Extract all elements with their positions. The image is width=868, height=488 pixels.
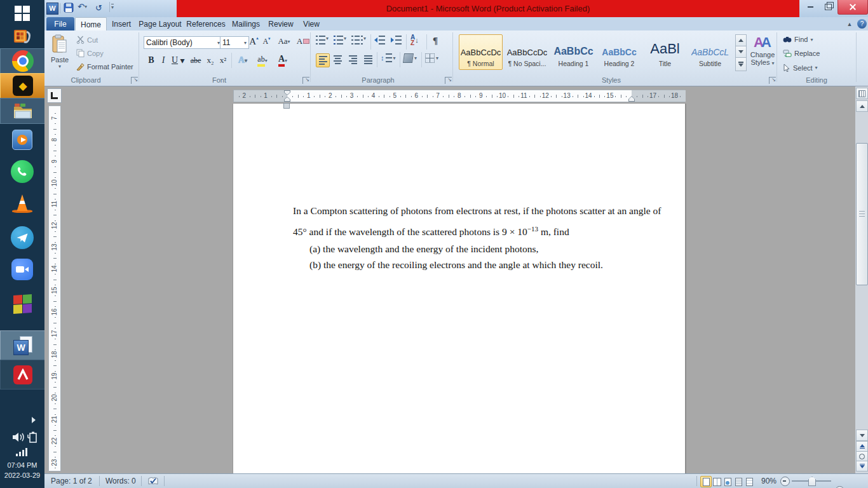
taskbar-item-binance[interactable]: ◆: [0, 73, 46, 98]
toggle-ruler-button[interactable]: [856, 88, 868, 99]
taskbar-item-file-explorer[interactable]: [0, 98, 46, 124]
taskbar-item-office[interactable]: [0, 290, 44, 318]
paragraph-dialog-launcher[interactable]: ↘: [445, 77, 452, 84]
next-page-button[interactable]: [856, 461, 868, 471]
style-heading-2[interactable]: AaBbCc Heading 2: [597, 34, 641, 70]
draft-view-button[interactable]: [743, 476, 755, 487]
word-logo-icon[interactable]: W: [46, 3, 58, 15]
scroll-up-button[interactable]: [856, 100, 868, 112]
paste-button[interactable]: Paste ▾: [48, 34, 71, 74]
zoom-level[interactable]: 90%: [761, 477, 776, 485]
styles-scroll-down-button[interactable]: [735, 46, 747, 58]
volume-tray-icon[interactable]: [11, 431, 25, 445]
increase-indent-button[interactable]: [391, 36, 402, 44]
taskbar-item-chrome[interactable]: [0, 48, 46, 74]
power-tray-icon[interactable]: [27, 431, 38, 446]
close-button[interactable]: [837, 0, 868, 15]
font-size-combo[interactable]: 11▾: [220, 36, 249, 49]
network-tray-icon[interactable]: [15, 447, 29, 459]
tab-insert[interactable]: Insert: [108, 17, 135, 30]
decrease-indent-button[interactable]: [374, 36, 385, 44]
undo-button[interactable]: ↶▾: [78, 2, 87, 11]
underline-dropdown[interactable]: ▾: [179, 54, 186, 67]
tab-page-layout[interactable]: Page Layout: [137, 17, 183, 30]
taskbar-item-whatsapp[interactable]: [0, 158, 44, 186]
tab-file[interactable]: File: [46, 17, 74, 30]
taskbar-item-vlc[interactable]: [0, 191, 44, 216]
font-color-button[interactable]: A▾: [275, 54, 291, 67]
sort-button[interactable]: AZ ↓: [410, 34, 419, 46]
styles-more-button[interactable]: [735, 57, 747, 71]
zoom-slider-handle[interactable]: [808, 477, 816, 486]
select-button[interactable]: Select▾: [783, 64, 818, 72]
restore-button[interactable]: [820, 0, 836, 14]
borders-button[interactable]: ▾: [425, 53, 438, 63]
save-button[interactable]: [64, 3, 74, 15]
copy-button[interactable]: Copy: [76, 49, 104, 57]
taskbar-item-movie-maker[interactable]: [0, 27, 44, 47]
change-styles-button[interactable]: AA Change Styles ▾: [749, 34, 776, 66]
text-effects-button[interactable]: A▾: [235, 54, 250, 67]
show-hide-pilcrow-button[interactable]: ¶: [430, 34, 441, 47]
font-dialog-launcher[interactable]: ↘: [302, 77, 309, 84]
shrink-font-button[interactable]: A▾: [261, 35, 272, 48]
previous-page-button[interactable]: [856, 441, 868, 452]
numbering-button[interactable]: ▾: [334, 36, 346, 44]
word-count[interactable]: Words: 0: [105, 477, 136, 485]
zoom-out-button[interactable]: [780, 477, 790, 486]
minimize-button[interactable]: [802, 0, 818, 14]
scrollbar-thumb[interactable]: [856, 143, 868, 285]
style-heading-1[interactable]: AaBbCc Heading 1: [552, 34, 595, 70]
document-page[interactable]: In a Compton scattering of photons from …: [233, 104, 685, 473]
style-title[interactable]: AaBl Title: [643, 34, 687, 70]
tab-home[interactable]: Home: [75, 17, 107, 31]
superscript-button[interactable]: x²: [217, 54, 229, 67]
bullets-button[interactable]: ▾: [316, 36, 329, 44]
strikethrough-button[interactable]: abe: [188, 54, 203, 67]
line-spacing-button[interactable]: ↕ ▾: [381, 53, 396, 62]
collapse-ribbon-button[interactable]: ▲: [845, 20, 854, 28]
print-layout-view-button[interactable]: [700, 476, 712, 487]
replace-button[interactable]: Replace: [783, 50, 820, 57]
styles-scroll-up-button[interactable]: [735, 34, 747, 46]
italic-button[interactable]: I: [159, 54, 168, 67]
tab-review[interactable]: Review: [266, 17, 296, 30]
find-button[interactable]: Find▾: [783, 36, 813, 43]
clear-formatting-button[interactable]: A: [296, 35, 310, 48]
left-indent-box-marker[interactable]: [283, 103, 290, 109]
page-indicator[interactable]: Page: 1 of 2: [51, 477, 92, 485]
bold-button[interactable]: B: [146, 54, 156, 67]
taskbar-item-acrobat[interactable]: [0, 360, 46, 390]
align-left-button[interactable]: [316, 53, 330, 67]
cut-button[interactable]: Cut: [76, 36, 98, 44]
style-subtitle[interactable]: AaBbCcL Subtitle: [688, 34, 732, 70]
font-family-combo[interactable]: Calibri (Body)▾: [144, 36, 222, 49]
style-no-spacing[interactable]: AaBbCcDc ¶ No Spaci...: [505, 34, 549, 70]
grow-font-button[interactable]: A▴: [248, 35, 260, 48]
scroll-down-button[interactable]: [856, 430, 868, 441]
taskbar-item-telegram[interactable]: [0, 224, 44, 252]
clipboard-dialog-launcher[interactable]: ↘: [131, 77, 138, 84]
redo-button[interactable]: ↺: [95, 2, 102, 13]
subscript-button[interactable]: x₂: [205, 54, 216, 67]
taskbar-item-word[interactable]: W: [0, 330, 46, 360]
help-button[interactable]: ?: [857, 19, 867, 29]
fullscreen-reading-view-button[interactable]: [711, 476, 722, 487]
web-layout-view-button[interactable]: [722, 476, 733, 487]
taskbar-item-zoom[interactable]: [0, 255, 44, 283]
change-case-button[interactable]: Aa▾: [276, 35, 292, 48]
justify-button[interactable]: [362, 53, 374, 66]
highlight-color-button[interactable]: ab▾: [253, 54, 272, 67]
align-center-button[interactable]: [331, 53, 344, 66]
select-browse-object-button[interactable]: [856, 451, 868, 461]
style-normal[interactable]: AaBbCcDc ¶ Normal: [459, 34, 503, 70]
proofing-status-button[interactable]: [147, 476, 159, 488]
align-right-button[interactable]: [346, 53, 359, 66]
shading-button[interactable]: ▾: [403, 53, 417, 63]
tab-stop-selector[interactable]: [47, 88, 62, 103]
windows-start-button[interactable]: [0, 4, 44, 23]
format-painter-button[interactable]: Format Painter: [76, 62, 133, 71]
taskbar-item-media-player[interactable]: [0, 127, 44, 152]
show-hidden-icons-button[interactable]: [32, 417, 36, 423]
outline-view-button[interactable]: [733, 476, 744, 487]
